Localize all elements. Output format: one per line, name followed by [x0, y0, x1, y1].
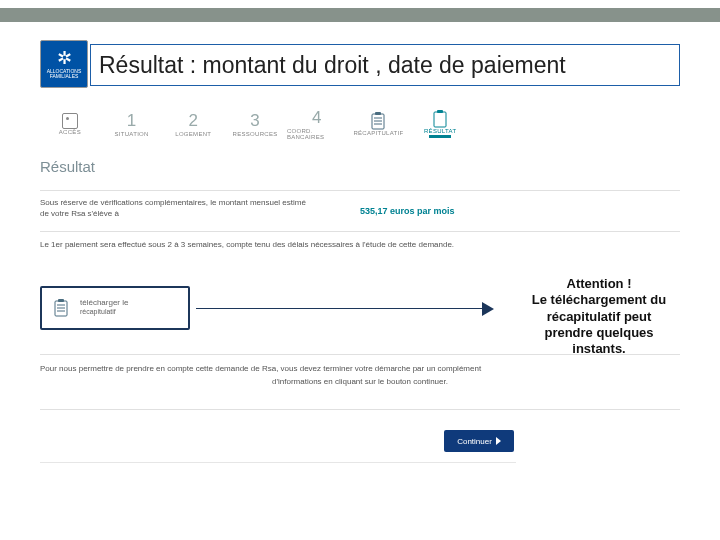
attention-line: Attention ! [506, 276, 692, 292]
logo-text: ALLOCATIONS FAMILIALES [41, 69, 87, 79]
step-number: 2 [189, 111, 198, 131]
callout-arrow-line [196, 308, 484, 309]
step-result: RÉSULTAT [410, 102, 470, 146]
result-row-payment-delay: Le 1er paiement sera effectué sous 2 à 3… [40, 236, 680, 253]
step-label: RÉSULTAT [424, 128, 456, 134]
attention-line: récapitulatif peut [506, 309, 692, 325]
step-label: RESSOURCES [233, 131, 278, 137]
clipboard-icon [370, 112, 386, 130]
continue-text-line: d'informations en cliquant sur le bouton… [40, 376, 680, 387]
step-recap: RÉCAPITULATIF [349, 102, 409, 146]
stepper: ACCÈS 1 SITUATION 2 LOGEMENT 3 RESSOURCE… [40, 102, 470, 146]
clipboard-icon [432, 110, 448, 128]
continue-text-line: Pour nous permettre de prendre en compte… [40, 364, 481, 373]
step-label: RÉCAPITULATIF [353, 130, 403, 136]
step-2: 2 LOGEMENT [163, 102, 223, 146]
chevron-right-icon [496, 437, 501, 445]
callout-arrow-head-icon [482, 302, 494, 316]
svg-rect-8 [58, 299, 64, 302]
step-3: 3 RESSOURCES [225, 102, 285, 146]
attention-line: Le téléchargement du [506, 292, 692, 308]
step-4: 4 COORD. BANCAIRES [287, 102, 347, 146]
download-recap-button[interactable]: télécharger le récapitulatif [40, 286, 190, 330]
download-line2: récapitulatif [80, 308, 116, 315]
step-number: 3 [250, 111, 259, 131]
continue-instruction-block: Pour nous permettre de prendre en compte… [40, 354, 680, 410]
active-step-underline [429, 135, 451, 138]
continue-button[interactable]: Continuer [444, 430, 514, 452]
download-line1: télécharger le [80, 298, 128, 307]
step-label: LOGEMENT [175, 131, 211, 137]
step-number: 4 [312, 108, 321, 128]
section-heading: Résultat [40, 158, 95, 175]
amount-value: 535,17 euros par mois [360, 206, 455, 216]
divider [40, 462, 516, 463]
step-acces: ACCÈS [40, 102, 100, 146]
attention-callout: Attention ! Le téléchargement du récapit… [506, 276, 692, 357]
caf-logo: ✲ ALLOCATIONS FAMILIALES [40, 40, 88, 88]
step-1: 1 SITUATION [102, 102, 162, 146]
attention-line: prendre quelques [506, 325, 692, 341]
step-label: ACCÈS [59, 129, 81, 135]
svg-rect-1 [375, 112, 381, 115]
continue-label: Continuer [457, 437, 492, 446]
step-number: 1 [127, 111, 136, 131]
svg-rect-5 [434, 112, 446, 127]
logo-emblem-icon: ✲ [57, 49, 72, 67]
svg-rect-6 [437, 110, 443, 113]
download-label: télécharger le récapitulatif [80, 299, 128, 317]
step-label: COORD. BANCAIRES [287, 128, 347, 140]
page-title: Résultat : montant du droit , date de pa… [99, 52, 566, 79]
access-card-icon [62, 113, 78, 129]
clipboard-icon [48, 293, 74, 323]
page-title-box: Résultat : montant du droit , date de pa… [90, 44, 680, 86]
top-accent-bar [0, 8, 720, 22]
step-label: SITUATION [114, 131, 148, 137]
